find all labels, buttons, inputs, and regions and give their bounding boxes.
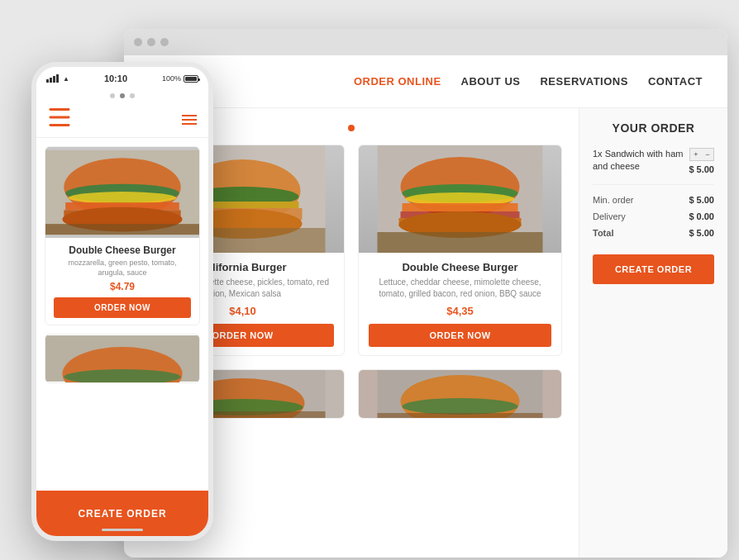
svg-rect-15: [403, 203, 518, 211]
website-nav: ORDER ONLINE ABOUT US RESERVATIONS CONTA…: [124, 55, 727, 108]
nav-order-online[interactable]: ORDER ONLINE: [354, 75, 441, 88]
phone-product-img: [45, 147, 199, 238]
mobile-phone: ▲ 10:10 100%: [31, 62, 213, 541]
browser-dot-red: [134, 38, 142, 46]
product-desc-2: Lettuce, cheddar cheese, mimolette chees…: [369, 277, 551, 300]
bar4: [56, 74, 59, 83]
create-order-btn[interactable]: CREATE ORDER: [593, 254, 714, 284]
signal-area: ▲: [46, 74, 69, 83]
svg-rect-30: [49, 124, 69, 126]
order-min-order-row: Min. order $ 5.00: [593, 195, 714, 205]
min-order-label: Min. order: [593, 195, 634, 205]
battery-tip: [198, 78, 200, 81]
bar1: [46, 79, 49, 83]
order-sidebar: YOUR ORDER 1x Sandwich with ham and chee…: [579, 108, 727, 558]
phone-product-desc: mozzarella, green pesto, tomato, arugula…: [54, 259, 191, 278]
order-item-name: 1x Sandwich with ham and cheese: [593, 148, 689, 173]
item-price: $ 5.00: [689, 164, 714, 174]
browser-content: ORDER ONLINE ABOUT US RESERVATIONS CONTA…: [124, 55, 727, 558]
order-item: 1x Sandwich with ham and cheese + − $ 5.…: [593, 148, 714, 185]
battery-icon: [184, 75, 198, 83]
scene: ORDER ONLINE ABOUT US RESERVATIONS CONTA…: [17, 17, 722, 560]
website-body: California Burger Lettuce, mimolette che…: [124, 108, 727, 558]
svg-rect-29: [49, 116, 69, 119]
delivery-value: $ 0.00: [689, 211, 714, 221]
signal-bars: [46, 74, 59, 83]
phone-home-indicator: [102, 529, 143, 531]
total-label: Total: [593, 228, 613, 238]
phone-nav: [36, 102, 208, 138]
hamburger-menu[interactable]: [182, 115, 197, 125]
wifi-indicator: ▲: [63, 75, 69, 83]
svg-rect-27: [378, 413, 543, 419]
product-price-2: $4,35: [369, 305, 551, 317]
phone-time: 10:10: [104, 74, 127, 83]
nav-reservations[interactable]: RESERVATIONS: [540, 75, 627, 88]
delivery-label: Delivery: [593, 211, 626, 221]
product-img-2: [359, 145, 561, 253]
order-controls: + − $ 5.00: [689, 148, 714, 174]
order-now-btn-2[interactable]: ORDER NOW: [369, 324, 551, 347]
ham-line-3: [182, 123, 197, 125]
phone-product-card: Double Cheese Burger mozzarella, green p…: [45, 146, 200, 325]
svg-rect-19: [378, 232, 543, 253]
battery-area: 100%: [162, 74, 198, 83]
product-card-2: Double Cheese Burger Lettuce, cheddar ch…: [358, 145, 562, 356]
total-value: $ 5.00: [689, 228, 714, 238]
phone-create-order-btn[interactable]: CREATE ORDER: [78, 508, 166, 520]
battery-fill: [185, 77, 197, 81]
qty-controls[interactable]: + −: [689, 148, 714, 161]
phone-statusbar: ▲ 10:10 100%: [36, 67, 208, 90]
product-card-4: [358, 369, 562, 419]
ham-line-2: [182, 119, 197, 121]
phone-product-info: Double Cheese Burger mozzarella, green p…: [45, 238, 199, 325]
phone-product-name: Double Cheese Burger: [54, 244, 191, 256]
browser-dot-green: [160, 38, 169, 46]
svg-point-26: [403, 398, 518, 415]
phone-logo: [48, 106, 71, 133]
browser-dot-yellow: [147, 38, 155, 46]
carousel-dot: [348, 125, 355, 131]
bar3: [53, 76, 55, 83]
svg-rect-28: [49, 108, 69, 111]
qty-minus-btn[interactable]: −: [702, 149, 713, 160]
nav-links: ORDER ONLINE ABOUT US RESERVATIONS CONTA…: [354, 75, 703, 88]
nav-contact[interactable]: CONTACT: [648, 75, 703, 88]
phone-dot-2: [120, 93, 125, 98]
battery-pct: 100%: [162, 74, 181, 83]
product-info-2: Double Cheese Burger Lettuce, cheddar ch…: [359, 253, 561, 355]
ham-line-1: [182, 115, 197, 116]
phone-order-btn[interactable]: ORDER NOW: [54, 297, 191, 318]
browser-titlebar: [124, 29, 727, 55]
order-delivery-row: Delivery $ 0.00: [593, 211, 714, 221]
svg-point-34: [69, 192, 176, 204]
phone-dot-1: [110, 93, 115, 98]
nav-about-us[interactable]: ABOUT US: [461, 75, 521, 88]
order-title: YOUR ORDER: [593, 121, 714, 135]
svg-rect-38: [45, 224, 199, 235]
phone-dots: [36, 90, 208, 102]
min-order-value: $ 5.00: [689, 195, 714, 205]
phone-dot-3: [130, 93, 135, 98]
order-total-row: Total $ 5.00: [593, 228, 714, 238]
phone-next-card: [45, 334, 200, 383]
desktop-browser: ORDER ONLINE ABOUT US RESERVATIONS CONTA…: [124, 29, 727, 558]
phone-body: Double Cheese Burger mozzarella, green p…: [36, 138, 208, 486]
bar2: [50, 78, 52, 83]
qty-plus-btn[interactable]: +: [690, 149, 702, 160]
phone-product-price: $4.79: [54, 281, 191, 292]
product-name-2: Double Cheese Burger: [369, 261, 551, 273]
